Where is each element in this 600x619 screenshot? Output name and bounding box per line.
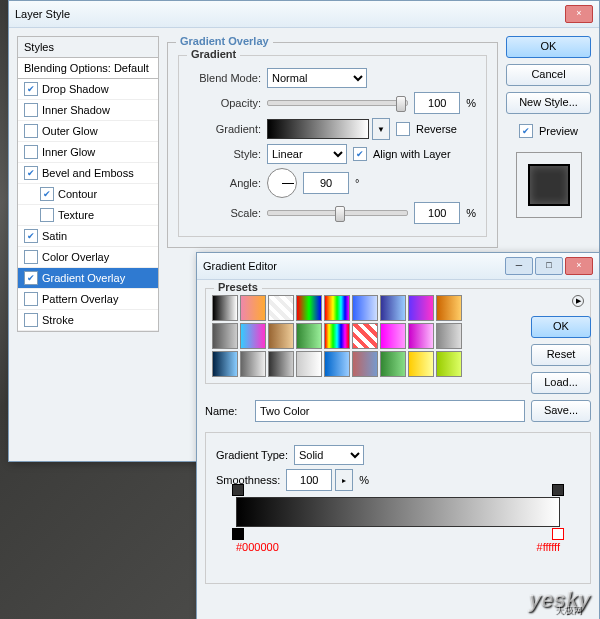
style-checkbox[interactable]: [24, 82, 38, 96]
gradient-preview[interactable]: [267, 119, 369, 139]
preset-swatch[interactable]: [240, 323, 266, 349]
style-checkbox[interactable]: [24, 103, 38, 117]
preset-swatch[interactable]: [296, 351, 322, 377]
name-input[interactable]: [255, 400, 525, 422]
opacity-stop-right[interactable]: [552, 484, 564, 496]
preset-swatch[interactable]: [268, 295, 294, 321]
style-item-inner-glow[interactable]: Inner Glow: [18, 142, 158, 163]
style-checkbox[interactable]: [24, 271, 38, 285]
preset-swatch[interactable]: [240, 351, 266, 377]
preset-swatch[interactable]: [212, 351, 238, 377]
preset-swatch[interactable]: [408, 295, 434, 321]
titlebar[interactable]: Layer Style ×: [9, 1, 599, 28]
preview-swatch: [528, 164, 570, 206]
type-label: Gradient Type:: [216, 449, 288, 461]
style-checkbox[interactable]: [24, 166, 38, 180]
watermark-sub: 天极网: [555, 604, 582, 617]
style-item-gradient-overlay[interactable]: Gradient Overlay: [18, 268, 158, 289]
type-select[interactable]: Solid: [294, 445, 364, 465]
preset-swatch[interactable]: [380, 295, 406, 321]
preset-swatch[interactable]: [408, 323, 434, 349]
angle-input[interactable]: [303, 172, 349, 194]
preset-swatch[interactable]: [380, 351, 406, 377]
maximize-icon[interactable]: □: [535, 257, 563, 275]
style-item-inner-shadow[interactable]: Inner Shadow: [18, 100, 158, 121]
hex-right: #ffffff: [537, 541, 560, 553]
reverse-checkbox[interactable]: [396, 122, 410, 136]
style-checkbox[interactable]: [24, 145, 38, 159]
style-item-pattern-overlay[interactable]: Pattern Overlay: [18, 289, 158, 310]
play-icon[interactable]: ▶: [572, 295, 584, 307]
color-stop-right[interactable]: [552, 528, 564, 540]
color-stop-left[interactable]: [232, 528, 244, 540]
cancel-button[interactable]: Cancel: [506, 64, 591, 86]
preset-swatch[interactable]: [436, 323, 462, 349]
angle-dial[interactable]: [267, 168, 297, 198]
ok-button[interactable]: OK: [506, 36, 591, 58]
style-select[interactable]: Linear: [267, 144, 347, 164]
blend-mode-select[interactable]: Normal: [267, 68, 367, 88]
style-checkbox[interactable]: [24, 313, 38, 327]
minimize-icon[interactable]: ─: [505, 257, 533, 275]
style-item-drop-shadow[interactable]: Drop Shadow: [18, 79, 158, 100]
blending-options[interactable]: Blending Options: Default: [18, 58, 158, 79]
style-item-color-overlay[interactable]: Color Overlay: [18, 247, 158, 268]
opacity-label: Opacity:: [189, 97, 261, 109]
chevron-down-icon[interactable]: ▼: [372, 118, 390, 140]
style-checkbox[interactable]: [24, 229, 38, 243]
preset-swatch[interactable]: [352, 323, 378, 349]
ge-ok-button[interactable]: OK: [531, 316, 591, 338]
preset-swatch[interactable]: [324, 295, 350, 321]
preset-swatch[interactable]: [436, 295, 462, 321]
preset-swatch[interactable]: [352, 351, 378, 377]
ge-close-icon[interactable]: ×: [565, 257, 593, 275]
reset-button[interactable]: Reset: [531, 344, 591, 366]
load-button[interactable]: Load...: [531, 372, 591, 394]
opacity-input[interactable]: [414, 92, 460, 114]
style-checkbox[interactable]: [24, 124, 38, 138]
preset-swatch[interactable]: [352, 295, 378, 321]
align-checkbox[interactable]: [353, 147, 367, 161]
preset-swatch[interactable]: [268, 323, 294, 349]
ge-title: Gradient Editor: [203, 260, 505, 272]
close-icon[interactable]: ×: [565, 5, 593, 23]
preset-swatch[interactable]: [212, 295, 238, 321]
smoothness-arrow-icon[interactable]: ▸: [335, 469, 353, 491]
scale-slider[interactable]: [267, 210, 408, 216]
preset-swatch[interactable]: [240, 295, 266, 321]
preset-swatch[interactable]: [408, 351, 434, 377]
save-button[interactable]: Save...: [531, 400, 591, 422]
opacity-slider[interactable]: [267, 100, 408, 106]
smoothness-input[interactable]: [286, 469, 332, 491]
ge-titlebar[interactable]: Gradient Editor ─ □ ×: [197, 253, 599, 280]
preset-swatch[interactable]: [212, 323, 238, 349]
style-item-bevel-and-emboss[interactable]: Bevel and Emboss: [18, 163, 158, 184]
style-checkbox[interactable]: [24, 250, 38, 264]
preset-swatch[interactable]: [324, 323, 350, 349]
style-label: Inner Glow: [42, 146, 95, 158]
style-item-contour[interactable]: Contour: [18, 184, 158, 205]
style-item-outer-glow[interactable]: Outer Glow: [18, 121, 158, 142]
preset-swatch[interactable]: [296, 323, 322, 349]
preset-swatch[interactable]: [436, 351, 462, 377]
gradient-label: Gradient:: [189, 123, 261, 135]
gradient-bar[interactable]: [236, 497, 560, 527]
opacity-stop-left[interactable]: [232, 484, 244, 496]
style-checkbox[interactable]: [24, 292, 38, 306]
preset-swatch[interactable]: [324, 351, 350, 377]
style-item-satin[interactable]: Satin: [18, 226, 158, 247]
style-checkbox[interactable]: [40, 208, 54, 222]
hex-left: #000000: [236, 541, 279, 553]
scale-input[interactable]: [414, 202, 460, 224]
ge-percent-label: %: [359, 474, 369, 486]
style-item-stroke[interactable]: Stroke: [18, 310, 158, 331]
preset-grid: [212, 295, 482, 377]
style-item-texture[interactable]: Texture: [18, 205, 158, 226]
preview-checkbox[interactable]: [519, 124, 533, 138]
new-style-button[interactable]: New Style...: [506, 92, 591, 114]
style-checkbox[interactable]: [40, 187, 54, 201]
preset-swatch[interactable]: [296, 295, 322, 321]
preset-swatch[interactable]: [268, 351, 294, 377]
styles-header[interactable]: Styles: [18, 37, 158, 58]
preset-swatch[interactable]: [380, 323, 406, 349]
